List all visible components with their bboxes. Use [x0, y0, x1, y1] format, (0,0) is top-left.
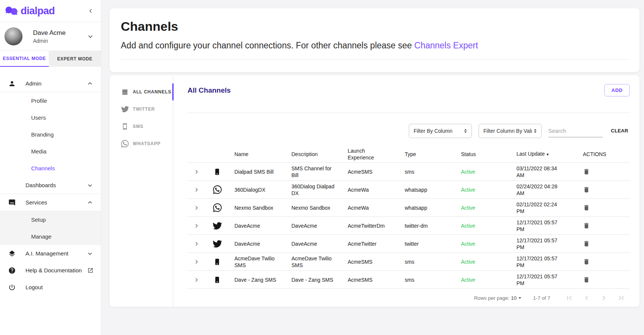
cell-status: Active	[455, 168, 511, 175]
expand-row-button[interactable]	[193, 276, 200, 284]
whatsapp-icon	[121, 140, 129, 147]
cell-last-update: 02/11/2022 02:24 PM	[511, 201, 570, 215]
rows-per-page-select[interactable]: 10	[511, 294, 523, 301]
sidebar-item-media[interactable]: Media	[0, 143, 101, 160]
channel-nav-all-channels[interactable]: ALL CHANNELS	[110, 83, 173, 101]
sidebar-item-manage[interactable]: Manage	[0, 228, 101, 245]
user-name: Dave Acme	[33, 29, 87, 37]
column-header-name[interactable]: Name	[229, 151, 286, 158]
delete-button[interactable]	[583, 168, 590, 175]
tab-essential-mode[interactable]: ESSENTIAL MODE	[0, 51, 49, 67]
twitter-icon	[213, 221, 222, 230]
sidebar-item-setup[interactable]: Setup	[0, 211, 101, 228]
sidebar-item-users[interactable]: Users	[0, 109, 101, 126]
expand-row-button[interactable]	[193, 204, 200, 212]
add-button[interactable]: ADD	[604, 84, 630, 96]
sidebar-item-services[interactable]: Services	[0, 194, 101, 211]
cell-last-update: 02/24/2022 04:28 AM	[511, 183, 570, 197]
page-subtitle: Add and configure your channel connectio…	[121, 40, 628, 51]
channel-nav-twitter[interactable]: TWITTER	[110, 101, 173, 118]
previous-page-button[interactable]	[582, 294, 591, 302]
dialpad-logo-icon	[5, 6, 18, 16]
cell-launch-experience: AcmeTwitter	[342, 240, 399, 247]
cell-type: sms	[399, 258, 455, 265]
main-area: Channels Add and configure your channel …	[101, 0, 644, 335]
cell-name: Nexmo Sandbox	[229, 204, 286, 211]
twitter-icon	[121, 105, 129, 113]
delete-button[interactable]	[583, 222, 590, 229]
sidebar-item-channels[interactable]: Channels	[0, 160, 101, 177]
chevron-down-icon	[87, 250, 93, 257]
chevron-up-icon	[87, 199, 93, 206]
sidebar-item-help-documentation[interactable]: Help & Documentation	[0, 262, 101, 279]
sidebar-item-ai-management[interactable]: A.I. Management	[0, 245, 101, 262]
delete-button[interactable]	[583, 240, 590, 247]
sidebar: dialpad Dave Acme Admin ESSENTIAL MODE E…	[0, 0, 101, 335]
next-page-button[interactable]	[600, 294, 608, 302]
column-header-type[interactable]: Type	[399, 151, 455, 158]
cell-description: SMS Channel for Bill	[286, 165, 342, 179]
cell-last-update: 12/17/2021 05:57 PM	[511, 237, 570, 251]
sidebar-collapse-button[interactable]	[87, 8, 94, 14]
channels-card: ALL CHANNELS TWITTER SMS WHATSAPP All Ch…	[110, 75, 639, 307]
column-header-launch-experience[interactable]: Launch Experience	[342, 147, 399, 161]
column-header-status[interactable]: Status	[455, 151, 511, 158]
cell-status: Active	[455, 276, 511, 283]
delete-button[interactable]	[583, 204, 590, 211]
sort-desc-icon: ▼	[546, 153, 549, 156]
expand-row-button[interactable]	[193, 258, 200, 266]
external-link-icon	[87, 267, 93, 273]
cell-status: Active	[455, 186, 511, 193]
expand-row-button[interactable]	[193, 168, 200, 176]
sms-icon	[213, 168, 221, 176]
logo-wordmark: dialpad	[21, 5, 55, 17]
sidebar-item-branding[interactable]: Branding	[0, 126, 101, 143]
chevron-up-icon	[87, 80, 93, 87]
channels-content: All Channels ADD Filter By Column Filter…	[173, 75, 639, 307]
delete-button[interactable]	[583, 186, 590, 193]
page-range-label: 1-7 of 7	[533, 295, 550, 301]
search-input[interactable]	[548, 128, 603, 134]
chevron-left-icon	[87, 8, 94, 14]
chevron-down-icon	[87, 182, 93, 189]
expand-row-button[interactable]	[193, 186, 200, 194]
user-menu[interactable]: Dave Acme Admin	[0, 22, 101, 51]
filter-by-column-select[interactable]: Filter By Column	[409, 124, 472, 138]
cell-type: twitter	[399, 240, 455, 247]
clear-button[interactable]: CLEAR	[609, 126, 630, 136]
sidebar-item-profile[interactable]: Profile	[0, 92, 101, 109]
select-arrows-icon	[462, 128, 468, 134]
channels-expert-link[interactable]: Channels Expert	[414, 41, 478, 50]
channel-nav-sms[interactable]: SMS	[110, 118, 173, 135]
sidebar-item-admin[interactable]: Admin	[0, 75, 101, 92]
first-page-button[interactable]	[565, 294, 573, 302]
table-body: Dialpad SMS BillSMS Channel for BillAcme…	[188, 163, 630, 289]
cell-type: twitter-dm	[399, 222, 455, 229]
table-row: DaveAcmeDaveAcmeAcmeTwitterDmtwitter-dmA…	[188, 217, 630, 235]
delete-button[interactable]	[583, 258, 590, 265]
mode-tabs: ESSENTIAL MODE EXPERT MODE	[0, 51, 101, 67]
person-icon	[8, 80, 17, 87]
tab-expert-mode[interactable]: EXPERT MODE	[49, 51, 101, 67]
sidebar-nav: Admin Profile Users Branding Media Chann…	[0, 75, 101, 335]
cell-name: 360DialogDX	[229, 186, 286, 193]
sidebar-item-logout[interactable]: Logout	[0, 279, 101, 296]
column-header-last-update[interactable]: Last Update▼	[511, 150, 570, 158]
subtitle-text: Add and configure your channel connectio…	[121, 41, 414, 50]
whatsapp-icon	[213, 203, 222, 212]
delete-button[interactable]	[583, 276, 590, 283]
filter-column-by-value-select[interactable]: Filter Column By Value	[479, 124, 542, 138]
cell-name: DaveAcme	[229, 240, 286, 247]
expand-row-button[interactable]	[193, 240, 200, 248]
cell-name: DaveAcme	[229, 222, 286, 229]
cell-status: Active	[455, 222, 511, 229]
last-page-button[interactable]	[617, 294, 625, 302]
channel-nav-whatsapp[interactable]: WHATSAPP	[110, 135, 173, 152]
expand-row-button[interactable]	[193, 222, 200, 230]
table-row: Nexmo SandboxNexmo SandboxAcmeWawhatsapp…	[188, 199, 630, 217]
sidebar-item-dashboards[interactable]: Dashboards	[0, 177, 101, 194]
divider	[121, 59, 628, 60]
cell-description: AcmeDave Twilio SMS	[286, 255, 342, 269]
sms-icon	[213, 258, 221, 266]
column-header-description[interactable]: Description	[286, 151, 342, 158]
